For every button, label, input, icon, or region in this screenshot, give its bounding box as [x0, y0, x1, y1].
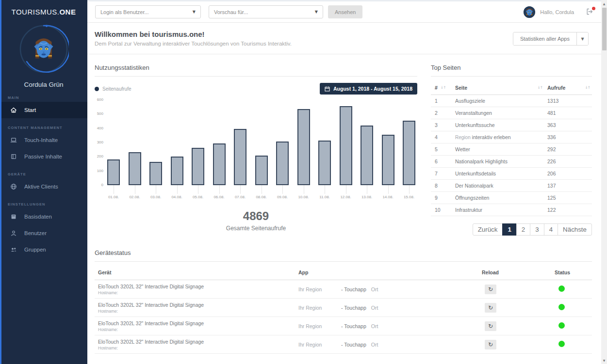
user-icon [10, 230, 17, 237]
table-row: 9Öffnungszeiten125 [431, 192, 592, 204]
page-views: 363 [547, 122, 592, 128]
column-header-rank[interactable]: # [435, 85, 438, 91]
x-axis-tick [304, 185, 304, 194]
x-axis-tick [282, 185, 283, 194]
x-axis-label: 03.08. [145, 195, 166, 199]
x-axis-label: 01.08. [103, 195, 124, 199]
sidebar-item-aktive-clients[interactable]: Aktive Clients [0, 178, 87, 195]
sidebar-item-benutzer[interactable]: Benutzer [0, 225, 87, 241]
x-axis-label: 02.08. [124, 195, 146, 199]
device-hostname: Hostname: [95, 309, 295, 314]
x-axis-label: 12.08. [335, 195, 357, 199]
pagination-next[interactable]: Nächste [558, 223, 592, 236]
user-name: Cordula Grün [0, 81, 87, 88]
sidebar-item-basisdaten[interactable]: Basisdaten [0, 208, 87, 225]
device-app: Ihr Region- TouchappOrt [295, 323, 478, 329]
x-axis-tick [367, 185, 367, 194]
page-rank: 8 [431, 183, 455, 189]
y-axis-label: 100 [95, 169, 103, 173]
column-header-page[interactable]: Seite [455, 85, 467, 91]
pagination-prev[interactable]: Zurück [473, 223, 503, 236]
view-button[interactable]: Ansehen [328, 5, 362, 18]
chart-bar [276, 142, 289, 185]
app-ort-placeholder: Ort [371, 305, 378, 311]
archive-icon [10, 213, 17, 220]
chart-bar [297, 109, 310, 185]
sidebar-item-label: Start [24, 107, 36, 113]
date-range-label: August 1, 2018 - August 15, 2018 [333, 86, 412, 92]
topbar-avatar[interactable] [524, 6, 535, 18]
reload-button[interactable]: ↻ [485, 303, 496, 313]
preview-for-select[interactable]: Vorschau für... ▼ [209, 5, 323, 18]
device-cell: EloTouch 3202L 32" Interactive Digital S… [95, 320, 295, 332]
page-name: Unterkunftssuche [455, 122, 547, 128]
legend-label: Seitenaufrufe [102, 86, 131, 92]
reload-button[interactable]: ↻ [485, 285, 496, 294]
page-rank: 2 [431, 110, 455, 116]
chevron-down-icon: ▼ [315, 10, 318, 14]
pagination-page-3[interactable]: 3 [530, 223, 544, 236]
chart-bar [149, 162, 162, 185]
body-sections: Nutzungsstatistiken Seitenaufrufe [87, 54, 601, 354]
sidebar-item-start[interactable]: Start [0, 102, 87, 118]
x-axis-label: 06.08. [209, 195, 230, 199]
app-region-placeholder: Ihr Region [298, 305, 341, 311]
sidebar-item-label: Passive Inhalte [24, 154, 62, 159]
device-reload-cell: ↻ [478, 303, 551, 313]
app-logo: TOURISMUS.ONE [0, 8, 87, 16]
scrollbar[interactable]: ▲ ▼ [601, 0, 607, 364]
column-header-views[interactable]: Aufrufe [547, 85, 565, 91]
total-pageviews-value: 4869 [95, 209, 417, 223]
device-app: Ihr Region- TouchappOrt [295, 286, 478, 292]
date-range-button[interactable]: August 1, 2018 - August 15, 2018 [320, 83, 417, 95]
usage-stats-title: Nutzungsstatistiken [95, 60, 417, 76]
scrollbar-up-button[interactable]: ▲ [601, 0, 607, 7]
sidebar-item-passive-inhalte[interactable]: Passive Inhalte [0, 148, 87, 165]
sort-icon[interactable]: ↓↑ [537, 85, 542, 90]
table-row: 8Der Nationalpark137 [431, 180, 592, 192]
chart-bar [255, 156, 268, 185]
x-axis-tick [388, 185, 389, 194]
device-hostname: Hostname: [95, 346, 295, 350]
scrollbar-down-button[interactable]: ▼ [601, 357, 607, 364]
chart-bar [318, 141, 331, 185]
pagination-page-1[interactable]: 1 [502, 223, 516, 236]
device-hostname: Hostname: [95, 327, 295, 332]
device-reload-cell: ↻ [478, 321, 551, 331]
x-axis-tick [177, 185, 178, 194]
sort-icon[interactable]: ↓↑ [585, 85, 590, 90]
device-status-title: Gerätestatus [95, 245, 592, 261]
stats-apps-caret-button[interactable]: ▼ [576, 32, 588, 45]
device-rows: EloTouch 3202L 32" Interactive Digital S… [95, 280, 592, 354]
status-dot [558, 285, 565, 292]
scrollbar-thumb[interactable] [602, 8, 607, 50]
sidebar-item-touch-inhalte[interactable]: Touch-Inhalte [0, 132, 87, 148]
column-header-device: Gerät [95, 269, 295, 275]
login-as-user-select[interactable]: Login als Benutzer... ▼ [95, 5, 201, 18]
x-axis-label: 15.08. [398, 195, 420, 199]
pagination-page-4[interactable]: 4 [544, 223, 558, 236]
usage-stats-panel: Nutzungsstatistiken Seitenaufrufe [95, 60, 417, 236]
x-axis-tick [219, 185, 220, 194]
sort-icon[interactable]: ↓↑ [441, 85, 446, 90]
page-views: 1313 [547, 98, 592, 104]
device-app: Ihr Region- TouchappOrt [295, 305, 478, 311]
app-region-placeholder: Ihr Region [298, 342, 341, 348]
page-name: Ausflugsziele [455, 98, 547, 104]
tablet-icon [10, 153, 17, 160]
device-hostname: Hostname: [95, 290, 295, 295]
pagination-page-2[interactable]: 2 [516, 223, 530, 236]
sidebar-item-gruppen[interactable]: Gruppen [0, 241, 87, 258]
laptop-icon [10, 137, 17, 143]
logout-icon[interactable] [586, 8, 594, 16]
reload-button[interactable]: ↻ [485, 340, 496, 349]
topbar: Login als Benutzer... ▼ Vorschau für... … [87, 1, 601, 23]
divider [95, 261, 592, 262]
reload-button[interactable]: ↻ [485, 321, 496, 331]
table-row: 5Wetter292 [431, 143, 592, 156]
x-axis-tick [198, 185, 198, 194]
stats-all-apps-button[interactable]: Statistiken aller Apps [513, 32, 576, 45]
chart-bar [192, 148, 204, 185]
column-header-status: Status [551, 269, 592, 275]
page-subtitle: Dem Portal zur Verwaltung interaktiver T… [95, 41, 292, 47]
